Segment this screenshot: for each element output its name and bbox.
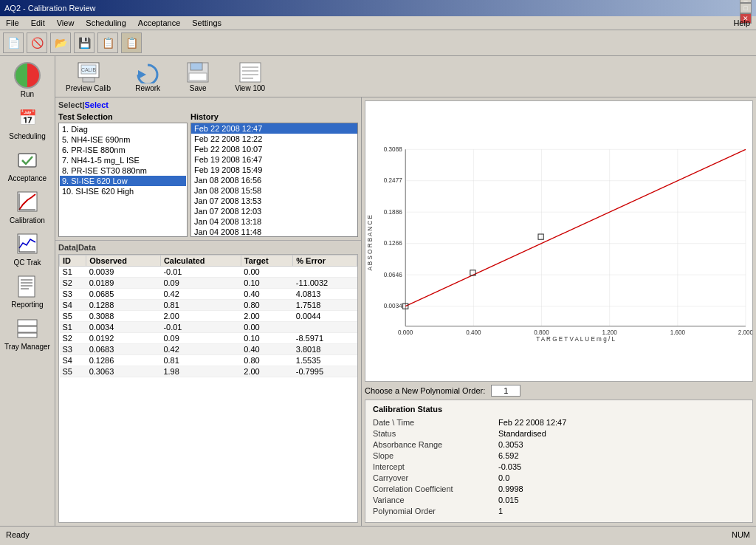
table-row[interactable]: S20.01890.090.10-11.0032 [60, 278, 357, 289]
sidebar-item-acceptance[interactable]: Acceptance [1, 143, 53, 185]
table-cell: S4 [60, 300, 86, 311]
history-item[interactable]: Feb 19 2008 15:49 [191, 165, 357, 175]
table-cell: S5 [60, 366, 86, 377]
history-item[interactable]: Feb 22 2008 12:22 [191, 134, 357, 144]
toolbar-save[interactable]: 💾 [74, 32, 94, 53]
svg-rect-59 [538, 234, 543, 239]
sidebar-item-scheduling[interactable]: 📅 Scheduling [1, 101, 53, 143]
sidebar-item-qctrak[interactable]: QC Trak [1, 227, 53, 270]
history-item[interactable]: Jan 08 2008 15:58 [191, 185, 357, 196]
view100-button[interactable]: View 100 [230, 59, 269, 94]
menu-acceptance[interactable]: Acceptance [135, 18, 183, 28]
test-list-item[interactable]: 7. NH4-1-5 mg_L ISE [60, 155, 186, 165]
toolbar-paste[interactable]: 📋 [121, 32, 142, 53]
poly-order-bar: Choose a New Polynomial Order: [365, 382, 753, 400]
svg-rect-22 [189, 73, 207, 80]
test-list-item[interactable]: 5. NH4-ISE 690nm [60, 134, 186, 145]
table-cell: -0.01 [160, 267, 241, 278]
col-observed: Observed [86, 256, 161, 267]
history-item[interactable]: Jan 04 2008 11:48 [191, 227, 357, 237]
toolbar-open[interactable]: 📂 [50, 32, 71, 53]
sidebar-item-reporting[interactable]: Reporting [1, 270, 53, 312]
select-body: Test Selection 1. Diag5. NH4-ISE 690nm6.… [58, 112, 358, 237]
cal-status-row: Correlation Coefficient0.9998 [373, 484, 745, 493]
history-panel: History Feb 22 2008 12:47Feb 22 2008 12:… [190, 112, 358, 237]
menu-edit[interactable]: Edit [28, 18, 48, 28]
cal-status-key: Date \ Time [373, 418, 498, 427]
maximize-button[interactable]: □ [740, 3, 752, 13]
table-cell: -0.01 [160, 322, 241, 333]
history-item[interactable]: Feb 19 2008 16:47 [191, 154, 357, 165]
menu-file[interactable]: File [3, 18, 22, 28]
save-button[interactable]: Save [180, 59, 216, 94]
test-list-item[interactable]: 6. PR-ISE 880nm [60, 145, 186, 155]
sidebar: Run 📅 Scheduling Acceptance [0, 56, 55, 526]
history-item[interactable]: Jan 04 2008 13:18 [191, 216, 357, 227]
table-row[interactable]: S10.0039-0.010.00 [60, 267, 357, 278]
poly-order-input[interactable] [491, 385, 520, 397]
test-list-item[interactable]: 8. PR-ISE ST30 880nm [60, 165, 186, 176]
rework-button[interactable]: Rework [130, 59, 165, 94]
history-list[interactable]: Feb 22 2008 12:47Feb 22 2008 12:22Feb 22… [190, 123, 358, 237]
toolbar: 📄 🚫 📂 💾 📋 📋 [0, 30, 756, 56]
data-section-header: Data|Data [55, 241, 361, 254]
table-cell: 0.42 [160, 289, 241, 300]
table-cell: 0.0039 [86, 267, 161, 278]
table-cell: S4 [60, 355, 86, 366]
toolbar-copy[interactable]: 📋 [97, 32, 118, 53]
menu-settings[interactable]: Settings [189, 18, 224, 28]
menu-view[interactable]: View [54, 18, 78, 28]
select-link[interactable]: Select [85, 100, 109, 109]
table-cell: -11.0032 [293, 278, 357, 289]
menu-help[interactable]: Help [730, 18, 753, 28]
sidebar-item-tray-manager[interactable]: Tray Manager [1, 312, 53, 354]
table-cell: 0.1286 [86, 355, 161, 366]
sidebar-item-calibration[interactable]: Calibration [1, 185, 53, 227]
svg-text:T A R G E T  V A L U E  m g / : T A R G E T V A L U E m g / L [536, 336, 615, 343]
table-row[interactable]: S20.01920.090.10-8.5971 [60, 333, 357, 344]
table-row[interactable]: S40.12880.810.801.7518 [60, 300, 357, 311]
view100-label: View 100 [235, 84, 265, 92]
history-item[interactable]: Jan 07 2008 12:03 [191, 206, 357, 216]
table-cell: 0.3063 [86, 366, 161, 377]
cal-status-value: 1 [498, 507, 503, 515]
history-item[interactable]: Jan 07 2008 13:53 [191, 196, 357, 206]
sidebar-item-run[interactable]: Run [1, 59, 53, 101]
test-list[interactable]: 1. Diag5. NH4-ISE 690nm6. PR-ISE 880nm7.… [58, 123, 188, 237]
history-item[interactable]: Jan 08 2008 16:56 [191, 175, 357, 185]
col-calculated: Calculated [160, 256, 241, 267]
table-row[interactable]: S50.30882.002.000.0044 [60, 311, 357, 322]
table-row[interactable]: S30.06850.420.404.0813 [60, 289, 357, 300]
content-body: Select|Select Test Selection 1. Diag5. N… [55, 97, 756, 526]
cal-status-row: Intercept-0.035 [373, 462, 745, 471]
view100-icon [237, 61, 264, 84]
test-list-item[interactable]: 9. SI-ISE 620 Low [60, 176, 186, 186]
table-cell: 3.8018 [293, 344, 357, 355]
table-cell: S5 [60, 311, 86, 322]
action-bar: CALIB Preview Calib Rework [55, 56, 756, 97]
history-item[interactable]: Feb 22 2008 12:47 [191, 123, 357, 134]
table-row[interactable]: S10.0034-0.010.00 [60, 322, 357, 333]
test-list-item[interactable]: 10. SI-ISE 620 High [60, 186, 186, 196]
svg-text:1.600: 1.600 [670, 329, 686, 336]
history-item[interactable]: Feb 22 2008 10:07 [191, 144, 357, 154]
cal-status-value: 0.015 [498, 496, 519, 504]
table-cell [293, 322, 357, 333]
cal-status-row: Slope6.592 [373, 451, 745, 460]
test-list-item[interactable]: 1. Diag [60, 124, 186, 134]
menu-scheduling[interactable]: Scheduling [83, 18, 128, 28]
toolbar-cancel[interactable]: 🚫 [27, 32, 47, 53]
menu-bar: File Edit View Scheduling Acceptance Set… [0, 16, 756, 30]
table-row[interactable]: S50.30631.982.00-0.7995 [60, 366, 357, 377]
table-cell: 0.09 [160, 333, 241, 344]
table-row[interactable]: S40.12860.810.801.5535 [60, 355, 357, 366]
status-bar: Ready NUM [0, 526, 756, 542]
table-row[interactable]: S30.06830.420.403.8018 [60, 344, 357, 355]
data-table[interactable]: ID Observed Calculated Target % Error S1… [58, 254, 358, 523]
toolbar-new[interactable]: 📄 [3, 32, 24, 53]
table-cell: -0.7995 [293, 366, 357, 377]
cal-status-value: 0.0 [498, 473, 509, 482]
preview-calib-button[interactable]: CALIB Preview Calib [61, 59, 115, 94]
left-panel: Select|Select Test Selection 1. Diag5. N… [55, 97, 362, 526]
run-icon [14, 62, 41, 89]
